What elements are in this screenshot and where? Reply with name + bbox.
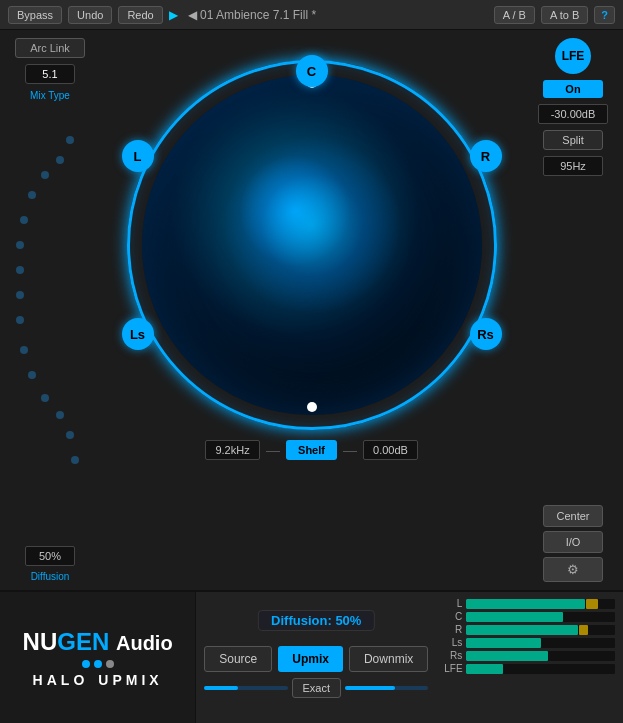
arc-link-button[interactable]: Arc Link — [15, 38, 85, 58]
meter-row-L: L — [444, 598, 615, 609]
undo-button[interactable]: Undo — [68, 6, 112, 24]
shelf-button[interactable]: Shelf — [286, 440, 337, 460]
halo-label: HALO — [33, 672, 89, 688]
top-bar: Bypass Undo Redo ▶ ◀ 01 Ambience 7.1 Fil… — [0, 0, 623, 30]
atob-button[interactable]: A to B — [541, 6, 588, 24]
meter-label-L: L — [444, 598, 462, 609]
meter-label-C: C — [444, 611, 462, 622]
meter-fill-R — [466, 625, 578, 635]
diffusion-value[interactable]: 50% — [25, 546, 75, 566]
bottom-section: NUGEN Audio HALO UPMIX Diffusion: 50% So… — [0, 590, 623, 723]
speaker-rs-button[interactable]: Rs — [470, 318, 502, 350]
exact-slider-right[interactable] — [345, 686, 428, 690]
mix-type-value[interactable]: 5.1 — [25, 64, 75, 84]
bottom-left-logo: NUGEN Audio HALO UPMIX — [0, 592, 196, 723]
gear-button[interactable]: ⚙ — [543, 557, 603, 582]
sphere-inner — [142, 75, 482, 415]
meter-row-R: R — [444, 624, 615, 635]
upmix-button[interactable]: Upmix — [278, 646, 343, 672]
connector-left: — — [266, 442, 280, 458]
track-name: ◀ 01 Ambience 7.1 Fill * — [188, 8, 316, 22]
svg-point-0 — [66, 136, 74, 144]
svg-point-1 — [56, 156, 64, 164]
bottom-right-meters: L C R Ls Rs — [436, 592, 623, 723]
meter-row-Ls: Ls — [444, 637, 615, 648]
freq-value[interactable]: 9.2kHz — [205, 440, 260, 460]
lfe-db-value[interactable]: -30.00dB — [538, 104, 608, 124]
logo-dot-1 — [82, 660, 90, 668]
gen-text: GEN — [57, 628, 109, 655]
lfe-hz-value[interactable]: 95Hz — [543, 156, 603, 176]
exact-button[interactable]: Exact — [292, 678, 342, 698]
svg-point-5 — [16, 241, 24, 249]
dotted-arc — [10, 110, 80, 490]
lfe-label: LFE — [555, 38, 591, 74]
meter-bar-LFE — [466, 664, 615, 674]
lfe-on-button[interactable]: On — [543, 80, 603, 98]
meter-fill-Rs — [466, 651, 548, 661]
svg-point-10 — [28, 371, 36, 379]
downmix-button[interactable]: Downmix — [349, 646, 428, 672]
audio-text: Audio — [116, 632, 173, 654]
logo-dot-2 — [94, 660, 102, 668]
svg-point-7 — [16, 291, 24, 299]
svg-point-2 — [41, 171, 49, 179]
bypass-button[interactable]: Bypass — [8, 6, 62, 24]
svg-point-6 — [16, 266, 24, 274]
svg-point-14 — [71, 456, 79, 464]
io-button[interactable]: I/O — [543, 531, 603, 553]
meter-fill-L — [466, 599, 585, 609]
meter-peak-R — [579, 625, 588, 635]
svg-point-4 — [20, 216, 28, 224]
connector-right: — — [343, 442, 357, 458]
logo-dot-3 — [106, 660, 114, 668]
exact-area: Exact — [204, 678, 428, 698]
meter-fill-LFE — [466, 664, 503, 674]
source-button[interactable]: Source — [204, 646, 272, 672]
meter-label-R: R — [444, 624, 462, 635]
svg-point-11 — [41, 394, 49, 402]
bottom-center: Diffusion: 50% Source Upmix Downmix Exac… — [196, 592, 436, 723]
svg-point-9 — [20, 346, 28, 354]
meter-label-LFE: LFE — [444, 663, 462, 674]
meter-fill-Ls — [466, 638, 540, 648]
meter-fill-C — [466, 612, 563, 622]
meter-row-Rs: Rs — [444, 650, 615, 661]
logo-dots — [82, 660, 114, 668]
meter-bar-Rs — [466, 651, 615, 661]
svg-point-3 — [28, 191, 36, 199]
svg-point-12 — [56, 411, 64, 419]
speaker-r-button[interactable]: R — [470, 140, 502, 172]
svg-point-8 — [16, 316, 24, 324]
nu-text: NU — [23, 628, 58, 655]
main-area: Arc Link 5.1 Mix Type — [0, 30, 623, 590]
exact-slider-left[interactable] — [204, 686, 287, 690]
shelf-controls: 9.2kHz — Shelf — 0.00dB — [205, 440, 418, 460]
speaker-l-button[interactable]: L — [122, 140, 154, 172]
play-icon: ▶ — [169, 8, 178, 22]
meter-bar-R — [466, 625, 615, 635]
ring-dot-bottom[interactable] — [307, 402, 317, 412]
upmix-label: UPMIX — [98, 672, 162, 688]
diffusion-tooltip: Diffusion: 50% — [258, 610, 374, 631]
diffusion-label: Diffusion — [31, 571, 70, 582]
meter-bar-C — [466, 612, 615, 622]
meter-row-C: C — [444, 611, 615, 622]
speaker-c-button[interactable]: C — [296, 55, 328, 87]
redo-button[interactable]: Redo — [118, 6, 162, 24]
meter-bar-L — [466, 599, 615, 609]
ab-button[interactable]: A / B — [494, 6, 535, 24]
meter-row-LFE: LFE — [444, 663, 615, 674]
help-button[interactable]: ? — [594, 6, 615, 24]
sphere-glow — [222, 135, 402, 315]
db-value[interactable]: 0.00dB — [363, 440, 418, 460]
svg-point-13 — [66, 431, 74, 439]
lfe-split-button[interactable]: Split — [543, 130, 603, 150]
sphere-container: C L R Ls Rs — [127, 60, 497, 430]
center-area: C L R Ls Rs 9.2kHz — Shelf — 0.00dB — [100, 30, 523, 590]
left-panel: Arc Link 5.1 Mix Type — [0, 30, 100, 590]
center-button[interactable]: Center — [543, 505, 603, 527]
speaker-ls-button[interactable]: Ls — [122, 318, 154, 350]
meter-bar-Ls — [466, 638, 615, 648]
meter-label-Ls: Ls — [444, 637, 462, 648]
